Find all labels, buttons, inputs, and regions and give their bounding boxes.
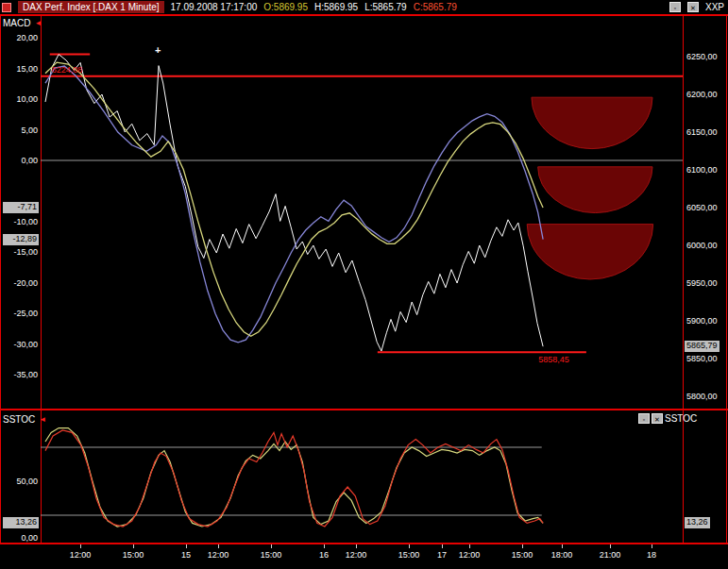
current-stoch-tag-right: 13,26 (685, 517, 710, 528)
axis-tick-label: 5,00 (0, 126, 38, 135)
axis-tick-label: -20,00 (0, 278, 38, 288)
axis-tick-label: 6000,00 (686, 241, 718, 250)
window-right-border (726, 14, 727, 544)
current-macd-tag: -12,89 (3, 234, 39, 245)
price-spike-marker-icon: + (155, 44, 161, 56)
panel-splitter[interactable] (0, 409, 728, 410)
series-signal-line (45, 62, 543, 336)
macd-indicator-text: MACD (3, 18, 30, 28)
x-axis-label: 15:00 (506, 550, 538, 560)
current-price-tag: 5865,79 (685, 341, 720, 352)
window-title[interactable]: DAX Perf. Index [.DAX 1 Minute] (18, 1, 164, 13)
x-axis-label: 12:00 (64, 550, 96, 560)
panel-bottom-border (0, 543, 728, 544)
x-axis-tick (271, 544, 272, 548)
axis-tick-label: -30,00 (0, 340, 38, 349)
sstoc-indicator-text: SSTOC (3, 414, 35, 425)
title-bar: DAX Perf. Index [.DAX 1 Minute] 17.09.20… (0, 0, 728, 14)
close-button[interactable]: ✕ (687, 2, 699, 12)
axis-tick-label: 50,00 (0, 477, 38, 486)
axis-tick-label: 0,00 (0, 156, 38, 165)
axis-tick-label: 0,00 (0, 533, 38, 543)
close-value: C:5865.79 (414, 2, 457, 12)
x-axis-tick (610, 544, 611, 548)
x-axis-tick (409, 544, 410, 548)
trading-app-window: DAX Perf. Index [.DAX 1 Minute] 17.09.20… (0, 0, 728, 569)
x-axis-label: 15 (170, 550, 202, 560)
main-chart-canvas[interactable] (41, 15, 683, 409)
x-axis-label: 12:00 (202, 550, 234, 560)
axis-tick-label: 5850,00 (686, 354, 718, 363)
axis-tick-label: 6150,00 (686, 127, 718, 137)
x-axis-label: 16 (308, 550, 340, 560)
timestamp: 17.09.2008 17:17:00 (171, 2, 258, 12)
chart-right-border (683, 14, 684, 544)
x-axis-tick (324, 544, 325, 548)
sstoc-chart-canvas[interactable] (41, 412, 683, 543)
axis-tick-label: 6200,00 (686, 90, 718, 99)
current-stoch-tag-left: 13,26 (3, 517, 39, 528)
x-axis-tick (652, 544, 652, 548)
series-stoch_yellow-line (45, 428, 543, 527)
dropdown-arrow-icon[interactable]: ◄ (39, 415, 46, 424)
axis-tick-label: 6100,00 (686, 165, 718, 175)
axis-tick-label: -35,00 (0, 370, 38, 379)
current-macd-tag: -7,71 (3, 202, 39, 213)
low-value: L:5865.79 (364, 2, 407, 12)
sstoc-pane-title: SSTOC (665, 413, 697, 424)
axis-tick-label: 15,00 (0, 64, 38, 74)
x-axis-label: 12:00 (453, 550, 485, 560)
sstoc-pane-controls: ▫ ✕ SSTOC (638, 413, 701, 424)
series-macd-line (45, 66, 543, 343)
x-axis-tick (562, 544, 563, 548)
x-axis-tick (442, 544, 443, 548)
axis-tick-label: -25,00 (0, 309, 38, 318)
x-axis-label: 15:00 (393, 550, 425, 560)
x-axis-tick (356, 544, 357, 548)
x-axis-tick (469, 544, 470, 548)
axis-tick-label: 6050,00 (686, 203, 718, 212)
axis-tick-label: 5950,00 (686, 278, 718, 288)
restore-button[interactable]: ▫ (669, 2, 681, 12)
x-axis-label: 21:00 (594, 550, 626, 560)
axis-tick-label: 10,00 (0, 94, 38, 104)
x-axis-label: 18:00 (546, 550, 578, 560)
high-value: H:5869.95 (314, 2, 358, 12)
x-axis-label: 18 (635, 550, 668, 560)
x-axis-tick (80, 544, 81, 548)
x-axis-label: 12:00 (340, 550, 372, 560)
sstoc-indicator-label[interactable]: SSTOC ◄ (3, 414, 46, 425)
axis-tick-label: 20,00 (0, 33, 38, 42)
x-axis-tick (522, 544, 523, 548)
axis-tick-label: -15,00 (0, 247, 38, 257)
annotation-semicircle[interactable] (532, 97, 652, 148)
x-axis-label: 15:00 (117, 550, 149, 560)
pane-title: XXP (705, 2, 724, 12)
sstoc-close-button[interactable]: ✕ (652, 413, 663, 424)
x-axis-label: 15:00 (255, 550, 287, 560)
axis-tick-label: 5800,00 (686, 392, 718, 401)
open-value: O:5869.95 (263, 2, 308, 12)
annotation-semicircle[interactable] (538, 167, 652, 213)
x-axis-tick (218, 544, 219, 548)
series-stoch_red-line (45, 430, 543, 527)
macd-indicator-label[interactable]: MACD ◄ (3, 18, 42, 28)
axis-tick-label: -10,00 (0, 217, 38, 226)
app-icon (2, 3, 11, 12)
annotation-price-label: 6224,08 (52, 65, 83, 75)
sstoc-restore-button[interactable]: ▫ (638, 413, 650, 424)
axis-tick-label: 6250,00 (686, 52, 718, 61)
axis-tick-label: 5900,00 (686, 316, 718, 326)
x-axis-tick (133, 544, 134, 548)
dropdown-arrow-icon[interactable]: ◄ (34, 19, 42, 27)
annotation-price-label: 5858,45 (538, 355, 569, 364)
x-axis-tick (186, 544, 187, 548)
series-price-line (45, 55, 543, 351)
annotation-semicircle[interactable] (527, 225, 652, 279)
